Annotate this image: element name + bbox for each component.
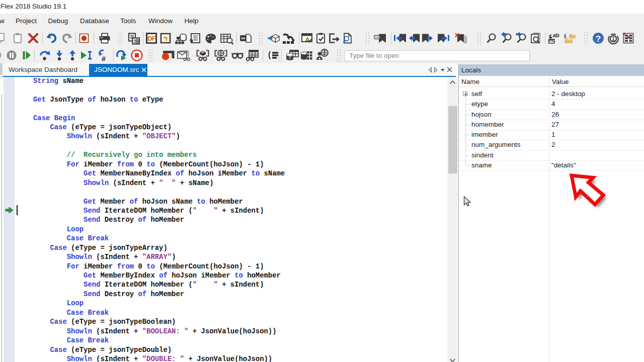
svg-text:#: # (102, 55, 106, 62)
svg-text:DF: DF (147, 35, 156, 42)
svg-text:ab: ab (553, 32, 559, 38)
svg-text:ac: ac (549, 38, 555, 44)
svg-text:1: 1 (612, 36, 615, 42)
svg-text:?: ? (596, 34, 601, 43)
